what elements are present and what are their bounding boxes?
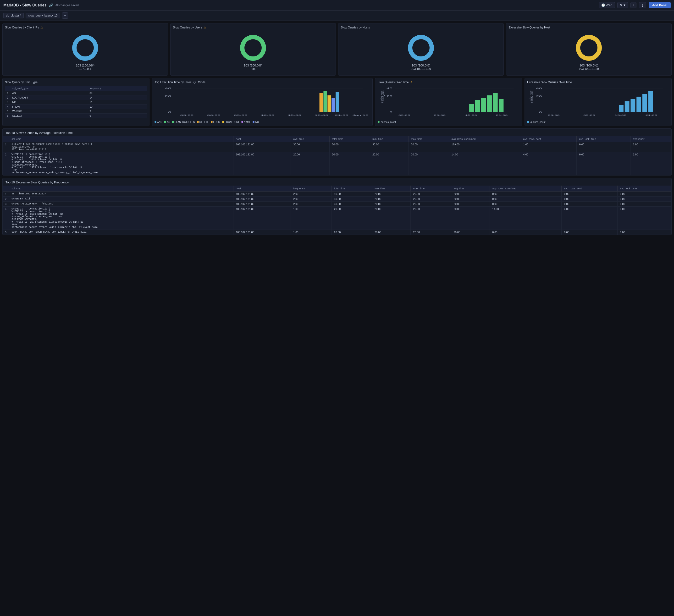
cmd-type: FROM xyxy=(10,105,88,109)
svg-rect-39 xyxy=(493,93,498,112)
row-num: 3 xyxy=(3,202,9,207)
row-num: 2 xyxy=(3,197,9,202)
svg-rect-54 xyxy=(625,101,630,112)
panel-users: Slow Queries by Users ⚠ 103 (100.0%) roo… xyxy=(170,23,336,76)
panel-title-hosts: Slow Queries by Hosts xyxy=(341,26,501,29)
max-time: 20.00 xyxy=(411,192,451,197)
refresh-button[interactable]: ↻ ▼ xyxy=(617,2,628,8)
svg-point-7 xyxy=(582,41,595,54)
sql-cmd: WHERE TABLE_SCHEMA = 'db_test' xyxy=(9,202,233,207)
cmd-type: WHERE xyxy=(10,109,88,114)
panel-cmd-table: Slow Query by Cmd Type sql_cmd_type freq… xyxy=(2,78,149,126)
row-num: 3 xyxy=(5,100,10,105)
time-range-picker[interactable]: 🕐 -24h xyxy=(599,2,615,8)
filter-bar: db_cluster * slow_query_latency 10 + xyxy=(0,10,674,21)
svg-text:03:00: 03:00 xyxy=(398,114,410,116)
row-num: 5 xyxy=(5,109,10,114)
legend-queries-count-slow: queries_count xyxy=(378,121,396,123)
sql-cmd: SET timestamp=1638182027 xyxy=(9,192,233,197)
total-time: 20.00 xyxy=(332,207,372,230)
cmd-type: NO xyxy=(10,100,88,105)
sql-cmd-1: # Query_time: 20.000082 Lock_time: 0.000… xyxy=(9,142,233,152)
row-num: 1 xyxy=(5,91,10,95)
top10-excessive-table: sql_cmd host frequency total_time min_ti… xyxy=(3,186,671,235)
add-panel-button[interactable]: Add Panel xyxy=(649,2,671,8)
middle-row: Slow Query by Cmd Type sql_cmd_type freq… xyxy=(2,78,672,126)
cmd-type: LOCALHOST xyxy=(10,95,88,100)
avg-rows-examined: 0.00 xyxy=(490,230,562,235)
legend-as: AS xyxy=(164,121,170,123)
panel-title-avg-exec: Avg Execution Time by Slow SQL Cmds xyxy=(154,81,370,84)
donut-row: Slow Queries by Client IPs ⚠ 103 (100.0%… xyxy=(2,23,672,76)
warning-icon: ⚠ xyxy=(40,26,43,29)
donut-label-hosts: 103 (100.0%) 103.102.131.80 xyxy=(411,64,431,71)
top10-avg-section: Top 10 Slow Queries by Average Execution… xyxy=(2,128,672,175)
col-max-time: max_time xyxy=(411,186,451,192)
svg-text:15:00: 15:00 xyxy=(288,114,301,116)
col-min-time: min_time xyxy=(370,136,409,142)
row-num: 2 xyxy=(5,95,10,100)
table-row: 3 WHERE TABLE_SCHEMA = 'db_test' 103.102… xyxy=(3,202,671,207)
excessive-time-legend: queries_count xyxy=(527,121,669,123)
top10-excessive-title: Top 10 Excessive Slow Queries by Frequen… xyxy=(3,178,671,186)
col-num xyxy=(5,86,10,91)
top10-excessive-section: Top 10 Excessive Slow Queries by Frequen… xyxy=(2,178,672,235)
svg-text:09:00: 09:00 xyxy=(434,114,446,116)
avg-rows-examined: 0.00 xyxy=(490,202,562,207)
avg-rows-examined-1: 169.00 xyxy=(449,142,521,152)
add-filter-button[interactable]: + xyxy=(62,12,68,19)
panel-title-client-ips: Slow Queries by Client IPs ⚠ xyxy=(5,26,165,29)
table-row: 4 FROM 10 xyxy=(5,105,147,109)
filter-button[interactable]: ▿ xyxy=(631,2,637,8)
table-row: 2 ORDER BY null 103.102.131.80 2.00 40.0… xyxy=(3,197,671,202)
host-1: 103.102.131.80 xyxy=(233,142,291,152)
share-icon[interactable]: 🔗 xyxy=(49,3,53,7)
svg-text:06:00: 06:00 xyxy=(207,114,221,116)
avg-rows-sent-1: 1.00 xyxy=(521,142,577,152)
panel-title-users: Slow Queries by Users ⚠ xyxy=(173,26,333,29)
top10-avg-table: sql_cmd host avg_time total_time min_tim… xyxy=(3,136,671,175)
legend-delete: DELETE xyxy=(197,121,209,123)
col-sql-cmd: sql_cmd xyxy=(9,136,233,142)
svg-text:20: 20 xyxy=(164,95,171,97)
min-time: 20.00 xyxy=(372,192,411,197)
cmd-freq: 14 xyxy=(88,95,147,100)
avg-rows-sent-2: 4.00 xyxy=(521,152,577,175)
svg-rect-18 xyxy=(332,98,335,112)
avg-rows-examined: 0.00 xyxy=(490,197,562,202)
filter-pill-latency[interactable]: slow_query_latency 10 xyxy=(26,13,60,18)
svg-rect-40 xyxy=(499,99,503,112)
table-row: 1 AS 30 xyxy=(5,91,147,95)
row-num: 4 xyxy=(5,105,10,109)
avg-lock-time: 0.00 xyxy=(617,230,671,235)
total-time: 20.00 xyxy=(332,230,372,235)
frequency: 1.00 xyxy=(291,207,332,230)
more-button[interactable]: ⋮ xyxy=(639,2,646,8)
min-time: 20.00 xyxy=(372,207,411,230)
table-row: 4 WHERE ID != connection_id() WHERE ID !… xyxy=(3,207,671,230)
avg-time-1: 30.00 xyxy=(291,142,330,152)
total-time: 40.00 xyxy=(332,202,372,207)
svg-text:12:00: 12:00 xyxy=(261,114,274,116)
total-time-2: 20.00 xyxy=(329,152,370,175)
max-time: 20.00 xyxy=(411,202,451,207)
frequency-1: 1.00 xyxy=(631,142,671,152)
filter-pill-cluster[interactable]: db_cluster * xyxy=(3,13,24,18)
avg-time-2: 20.00 xyxy=(291,152,330,175)
legend-from: FROM xyxy=(211,121,220,123)
total-time: 40.00 xyxy=(332,197,372,202)
avg-time: 20.00 xyxy=(451,202,490,207)
svg-text:03:00: 03:00 xyxy=(548,114,559,116)
excessive-time-chart: 40 20 0 03:00 09:00 15:00 21:00 queries_… xyxy=(527,86,669,119)
frequency-2: 1.00 xyxy=(631,152,671,175)
row-num: 6 xyxy=(5,114,10,118)
svg-text:20: 20 xyxy=(536,95,542,97)
donut-label-client-ips: 103 (100.0%) 127.0.0.1 xyxy=(76,64,95,71)
slow-time-legend: queries_count xyxy=(378,121,520,123)
donut-chart-users: 103 (100.0%) root xyxy=(173,31,333,73)
avg-exec-legend: AND AS CLASSICMODELS DELETE FROM LOCALHO… xyxy=(154,121,370,123)
avg-time: 20.00 xyxy=(451,192,490,197)
col-avg-rows-examined: avg_rows_examined xyxy=(490,186,562,192)
svg-point-1 xyxy=(79,41,92,54)
host: 103.102.131.80 xyxy=(233,230,291,235)
